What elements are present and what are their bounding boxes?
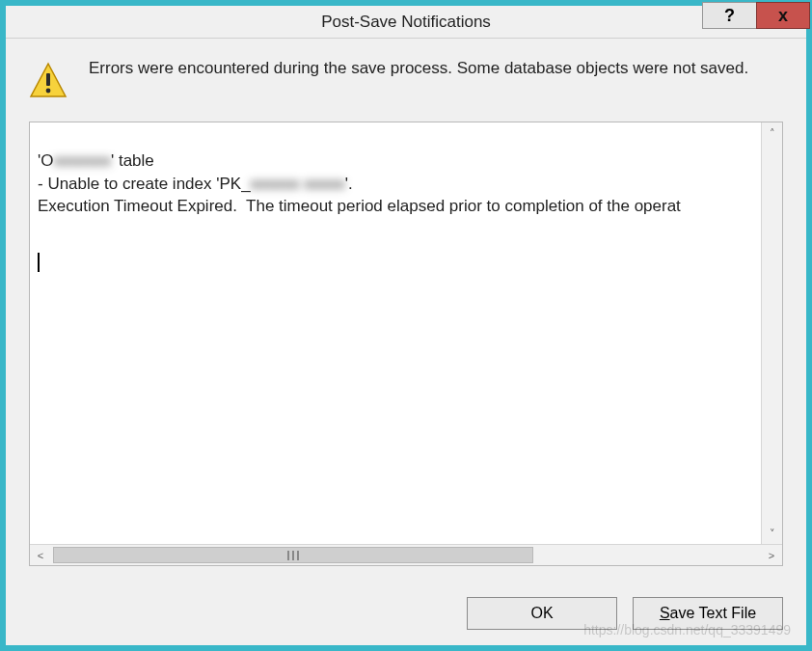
horizontal-scroll-thumb[interactable]	[53, 547, 533, 563]
save-text-file-button[interactable]: Save Text File	[633, 597, 783, 630]
scroll-right-button[interactable]: >	[761, 545, 782, 565]
close-icon: x	[778, 6, 788, 26]
details-line1-suffix: ' table	[111, 151, 154, 170]
details-content: 'Oxxxxxxx' table - Unable to create inde…	[30, 122, 761, 544]
save-text-file-label: Save Text File	[660, 605, 756, 622]
message-row: Errors were encountered during the save …	[29, 58, 783, 100]
scroll-down-button[interactable]: ˅	[762, 523, 782, 544]
help-icon: ?	[724, 6, 735, 26]
horizontal-scrollbar[interactable]: < >	[30, 544, 782, 565]
ok-button[interactable]: OK	[467, 597, 617, 630]
close-button[interactable]: x	[756, 2, 810, 29]
details-line1-prefix: 'O	[38, 151, 53, 170]
scroll-up-button[interactable]: ˄	[762, 122, 782, 144]
svg-point-2	[46, 89, 51, 94]
dialog-content: Errors were encountered during the save …	[6, 39, 806, 582]
dialog-footer: OK Save Text File	[6, 582, 806, 645]
horizontal-scroll-track[interactable]	[51, 545, 761, 565]
svg-rect-1	[46, 73, 50, 86]
warning-icon	[29, 62, 68, 100]
dialog-window: Post-Save Notifications ? x Errors were …	[0, 0, 812, 651]
details-textbox[interactable]: 'Oxxxxxxx' table - Unable to create inde…	[29, 122, 783, 566]
details-line1-redacted: xxxxxxx	[53, 149, 111, 173]
message-text: Errors were encountered during the save …	[89, 58, 748, 100]
details-line2-redacted: xxxxxx xxxxx	[251, 173, 345, 196]
details-line3: Execution Timeout Expired. The timeout p…	[38, 197, 681, 215]
scroll-left-button[interactable]: <	[30, 545, 51, 565]
text-caret	[38, 253, 40, 272]
titlebar-buttons: ? x	[702, 2, 810, 29]
titlebar-title: Post-Save Notifications	[6, 13, 806, 32]
vertical-scrollbar[interactable]: ˄ ˅	[761, 122, 782, 544]
help-button[interactable]: ?	[702, 2, 756, 29]
titlebar: Post-Save Notifications ? x	[6, 6, 806, 39]
details-line2-prefix: - Unable to create index 'PK_	[38, 175, 251, 193]
ok-button-label: OK	[530, 605, 553, 622]
